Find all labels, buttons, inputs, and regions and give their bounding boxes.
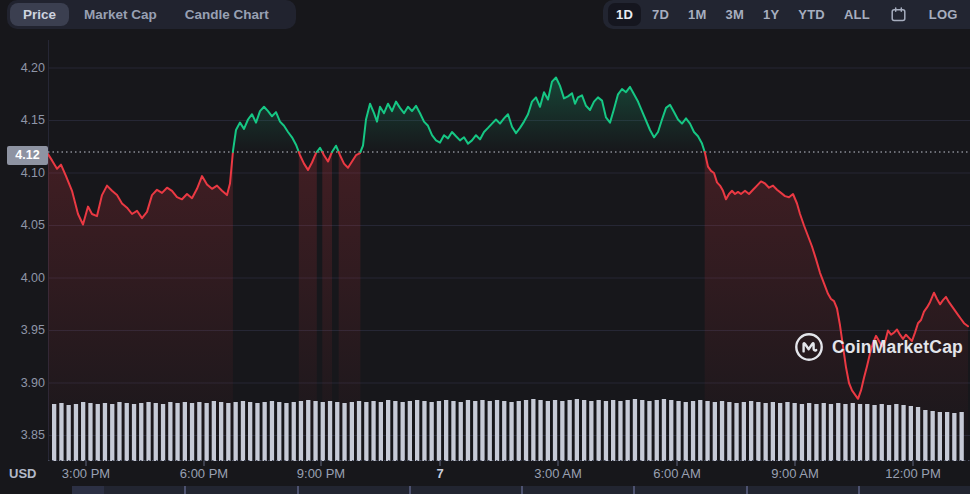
watermark: CoinMarketCap [794, 332, 963, 362]
y-axis-label: 4.15 [0, 111, 45, 129]
y-axis-label: 3.95 [0, 321, 45, 339]
range-1m[interactable]: 1M [680, 3, 714, 26]
timeline-scrollbar[interactable] [72, 486, 970, 494]
y-axis-label: 3.85 [0, 426, 45, 444]
range-1y[interactable]: 1Y [755, 3, 787, 26]
scrollbar-tick [633, 486, 635, 494]
scrollbar-tick [297, 486, 299, 494]
x-axis-day-label: 7 [436, 466, 443, 481]
scrollbar-tick [521, 486, 523, 494]
range-all[interactable]: ALL [836, 3, 878, 26]
scrollbar-handle[interactable] [72, 486, 104, 494]
chart-type-tabs: Price Market Cap Candle Chart [7, 0, 296, 29]
scrollbar-tick [409, 486, 411, 494]
x-axis-label: 9:00 PM [297, 466, 345, 481]
x-axis-label: 6:00 PM [180, 466, 228, 481]
range-3m[interactable]: 3M [718, 3, 752, 26]
log-scale-toggle[interactable]: LOG [921, 3, 966, 26]
y-axis-label: 4.05 [0, 216, 45, 234]
range-ytd[interactable]: YTD [790, 3, 833, 26]
x-axis-label: 3:00 PM [62, 466, 110, 481]
coinmarketcap-price-chart: Price Market Cap Candle Chart 1D 7D 1M 3… [0, 0, 970, 494]
x-axis-label: 9:00 AM [771, 466, 819, 481]
scrollbar-tick [184, 486, 186, 494]
calendar-button[interactable] [889, 5, 908, 24]
range-1d[interactable]: 1D [608, 3, 641, 26]
current-price-badge: 4.12 [7, 146, 48, 165]
currency-label: USD [9, 466, 36, 481]
x-axis-label: 3:00 AM [534, 466, 582, 481]
watermark-text: CoinMarketCap [832, 337, 963, 358]
y-axis-label: 3.90 [0, 374, 45, 392]
scrollbar-tick [858, 486, 860, 494]
time-range-tabs: 1D 7D 1M 3M 1Y YTD ALL LOG [603, 0, 970, 29]
calendar-icon [891, 7, 906, 22]
tab-market-cap[interactable]: Market Cap [71, 3, 170, 26]
tab-price[interactable]: Price [10, 3, 69, 26]
y-axis-label: 4.20 [0, 59, 45, 77]
range-7d[interactable]: 7D [644, 3, 677, 26]
coinmarketcap-logo-icon [794, 332, 824, 362]
x-axis-label: 6:00 AM [653, 466, 701, 481]
price-chart-canvas [0, 0, 970, 494]
y-axis-label: 4.10 [0, 164, 45, 182]
tab-candle-chart[interactable]: Candle Chart [172, 3, 282, 26]
scrollbar-tick [746, 486, 748, 494]
y-axis-label: 4.00 [0, 269, 45, 287]
x-axis-label: 12:00 PM [885, 466, 941, 481]
